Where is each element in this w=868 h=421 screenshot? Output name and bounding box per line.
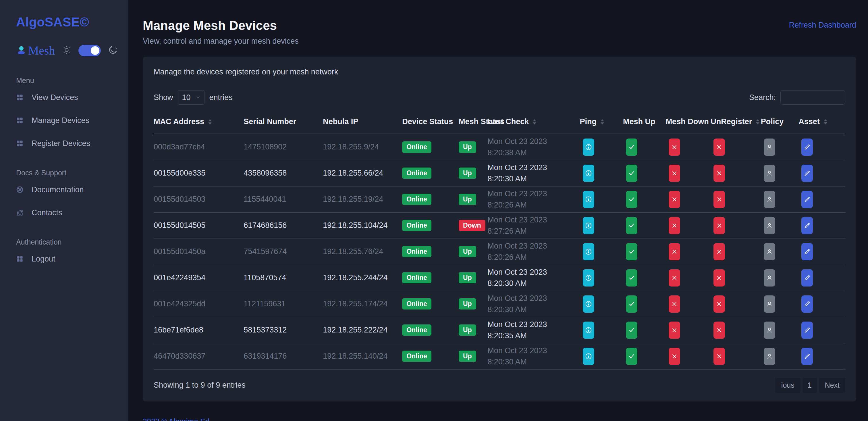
page-number-button[interactable]: 1 bbox=[803, 378, 817, 393]
info-icon bbox=[585, 143, 592, 151]
policy-button[interactable] bbox=[764, 348, 775, 365]
mesh-status-badge: Up bbox=[459, 141, 476, 153]
sidebar-item-logout[interactable]: Logout bbox=[16, 247, 118, 270]
theme-toggle-switch[interactable] bbox=[79, 45, 101, 56]
info-icon bbox=[585, 222, 592, 229]
asset-button[interactable] bbox=[801, 191, 813, 208]
sidebar-item-register-devices[interactable]: Register Devices bbox=[16, 132, 118, 155]
check-icon bbox=[628, 353, 635, 360]
sidebar-item-view-devices[interactable]: View Devices bbox=[16, 86, 118, 109]
mesh-up-button[interactable] bbox=[626, 165, 638, 182]
sidebar-item-contacts[interactable]: Contacts bbox=[16, 201, 118, 224]
asset-button[interactable] bbox=[801, 217, 813, 234]
mesh-up-button[interactable] bbox=[626, 139, 638, 156]
mesh-up-button[interactable] bbox=[626, 322, 638, 339]
sidebar-item-label: Manage Devices bbox=[32, 116, 89, 125]
mesh-down-button[interactable] bbox=[669, 191, 680, 208]
column-header-mac-address[interactable]: MAC Address bbox=[154, 114, 244, 134]
person-icon bbox=[766, 170, 773, 177]
mesh-status-cell: Up bbox=[459, 186, 488, 212]
mesh-down-button[interactable] bbox=[669, 165, 680, 182]
unregister-button[interactable] bbox=[713, 348, 725, 365]
refresh-dashboard-link[interactable]: Refresh Dashboard bbox=[789, 21, 856, 30]
ping-cell bbox=[580, 265, 623, 291]
serial-number-cell: 7541597674 bbox=[244, 239, 323, 265]
policy-button[interactable] bbox=[764, 165, 775, 182]
policy-button[interactable] bbox=[764, 322, 775, 339]
mesh-up-button[interactable] bbox=[626, 191, 638, 208]
column-header-asset[interactable]: Asset bbox=[799, 114, 845, 134]
unregister-button[interactable] bbox=[713, 322, 725, 339]
policy-button[interactable] bbox=[764, 217, 775, 234]
asset-button[interactable] bbox=[801, 269, 813, 287]
mesh-up-button[interactable] bbox=[626, 243, 638, 260]
mac-address-cell: 46470d330637 bbox=[154, 343, 244, 369]
sort-arrows-icon bbox=[208, 119, 212, 124]
x-icon bbox=[672, 223, 677, 229]
ping-button[interactable] bbox=[583, 139, 594, 156]
sidebar-item-manage-devices[interactable]: Manage Devices bbox=[16, 109, 118, 132]
column-header-last-check[interactable]: Last Check bbox=[488, 114, 580, 134]
card-heading: Manage the devices registered on your me… bbox=[154, 67, 845, 77]
mesh-down-cell bbox=[666, 239, 711, 265]
mesh-up-button[interactable] bbox=[626, 217, 638, 234]
mesh-up-cell bbox=[623, 134, 666, 160]
mesh-up-button[interactable] bbox=[626, 295, 638, 313]
pencil-icon bbox=[804, 327, 811, 334]
unregister-button[interactable] bbox=[713, 139, 725, 156]
unregister-button[interactable] bbox=[713, 191, 725, 208]
search-input[interactable] bbox=[780, 90, 845, 104]
nebula-ip-cell: 192.18.255.222/24 bbox=[323, 317, 402, 343]
info-icon bbox=[585, 327, 592, 334]
page-size-select[interactable]: 10 bbox=[178, 90, 205, 104]
ping-button[interactable] bbox=[583, 165, 594, 182]
copyright-link[interactable]: 2023 © Algorime Srl bbox=[143, 417, 209, 421]
mesh-down-button[interactable] bbox=[669, 217, 680, 234]
policy-button[interactable] bbox=[764, 243, 775, 260]
table-body: 000d3ad77cb4 1475108902 192.18.255.9/24 … bbox=[154, 134, 845, 369]
ping-button[interactable] bbox=[583, 191, 594, 208]
info-icon bbox=[585, 170, 592, 177]
device-status-cell: Online bbox=[402, 186, 459, 212]
policy-button[interactable] bbox=[764, 269, 775, 287]
next-page-button[interactable]: Next bbox=[819, 378, 845, 393]
mesh-down-button[interactable] bbox=[669, 295, 680, 313]
unregister-button[interactable] bbox=[713, 217, 725, 234]
previous-page-button[interactable]: Previous bbox=[775, 378, 800, 393]
ping-button[interactable] bbox=[583, 322, 594, 339]
mesh-down-cell bbox=[666, 160, 711, 186]
ping-button[interactable] bbox=[583, 269, 594, 287]
unregister-button[interactable] bbox=[713, 269, 725, 287]
policy-button[interactable] bbox=[764, 139, 775, 156]
mesh-down-button[interactable] bbox=[669, 348, 680, 365]
mac-address-cell: 16be71ef6de8 bbox=[154, 317, 244, 343]
mesh-up-button[interactable] bbox=[626, 269, 638, 287]
asset-button[interactable] bbox=[801, 139, 813, 156]
mesh-down-button[interactable] bbox=[669, 269, 680, 287]
mesh-down-button[interactable] bbox=[669, 139, 680, 156]
policy-button[interactable] bbox=[764, 295, 775, 313]
asset-button[interactable] bbox=[801, 322, 813, 339]
ping-button[interactable] bbox=[583, 217, 594, 234]
sidebar-item-documentation[interactable]: Documentation bbox=[16, 178, 118, 201]
mesh-up-button[interactable] bbox=[626, 348, 638, 365]
mesh-down-button[interactable] bbox=[669, 322, 680, 339]
mesh-down-button[interactable] bbox=[669, 243, 680, 260]
unregister-button[interactable] bbox=[713, 165, 725, 182]
column-header-ping[interactable]: Ping bbox=[580, 114, 623, 134]
asset-button[interactable] bbox=[801, 165, 813, 182]
table-controls: Show 10 entries Search: bbox=[154, 90, 845, 104]
ping-button[interactable] bbox=[583, 243, 594, 260]
asset-button[interactable] bbox=[801, 243, 813, 260]
table-row: 001e42249354 1105870574 192.18.255.244/2… bbox=[154, 265, 845, 291]
ping-button[interactable] bbox=[583, 348, 594, 365]
sort-arrows-icon bbox=[533, 119, 536, 124]
ping-button[interactable] bbox=[583, 295, 594, 313]
asset-button[interactable] bbox=[801, 295, 813, 313]
unregister-button[interactable] bbox=[713, 295, 725, 313]
policy-button[interactable] bbox=[764, 191, 775, 208]
column-header-unregister[interactable]: UnRegister bbox=[711, 114, 761, 134]
serial-number-cell: 6319314176 bbox=[244, 343, 323, 369]
asset-button[interactable] bbox=[801, 348, 813, 365]
unregister-button[interactable] bbox=[713, 243, 725, 260]
